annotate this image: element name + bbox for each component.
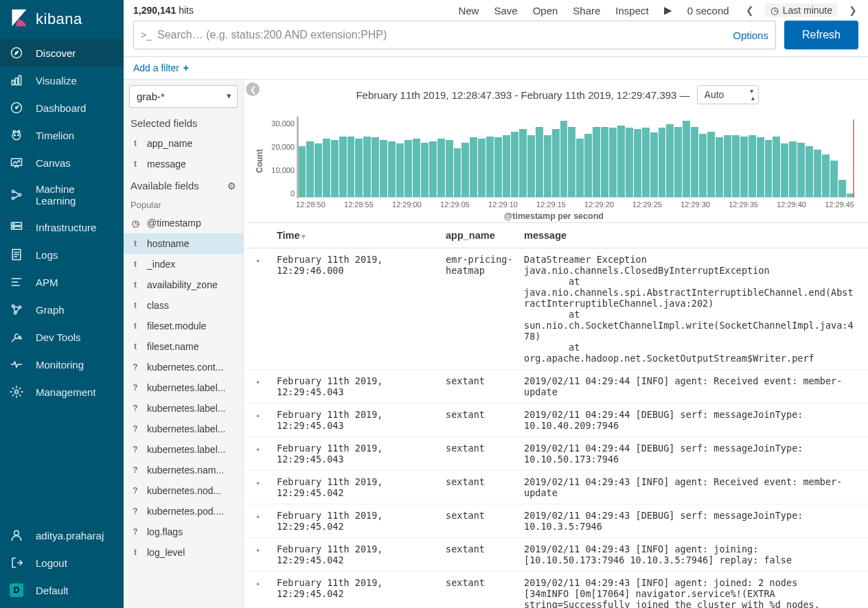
field-availability-zone[interactable]: tavailability_zone	[124, 274, 243, 295]
histogram-bar[interactable]	[494, 137, 502, 197]
nav-item-apm[interactable]: APM	[0, 268, 124, 296]
histogram-bar[interactable]	[806, 146, 813, 197]
nav-item-machine-learning[interactable]: Machine Learning	[0, 176, 124, 213]
nav-item-discover[interactable]: Discover	[0, 39, 124, 67]
nav-item-dev-tools[interactable]: Dev Tools	[0, 323, 124, 351]
expand-row-icon[interactable]: ▸	[256, 254, 277, 364]
histogram-bar[interactable]	[642, 128, 650, 197]
histogram-bar[interactable]	[781, 143, 788, 197]
histogram-bar[interactable]	[339, 137, 347, 197]
histogram-bar[interactable]	[576, 139, 584, 197]
histogram-bar[interactable]	[773, 137, 780, 197]
expand-row-icon[interactable]: ▸	[256, 577, 277, 608]
histogram-bar[interactable]	[732, 135, 740, 197]
nav-item-timelion[interactable]: Timelion	[0, 121, 124, 149]
histogram-bar[interactable]	[536, 127, 543, 197]
field-class[interactable]: tclass	[124, 295, 243, 316]
time-prev-icon[interactable]: ❮	[744, 5, 755, 16]
expand-row-icon[interactable]: ▸	[256, 543, 277, 565]
histogram-bar[interactable]	[601, 127, 608, 197]
autorefresh-play-icon[interactable]: ▶	[664, 4, 672, 16]
histogram-bar[interactable]	[830, 161, 838, 197]
nav-item-canvas[interactable]: Canvas	[0, 149, 124, 176]
histogram-bar[interactable]	[674, 127, 682, 197]
expand-row-icon[interactable]: ▸	[256, 476, 277, 498]
histogram-bar[interactable]	[470, 137, 477, 197]
histogram-bar[interactable]	[347, 137, 355, 197]
field-kubernetes-nod-[interactable]: ?kubernetes.nod...	[124, 480, 243, 501]
histogram-bar[interactable]	[560, 121, 568, 197]
histogram-bar[interactable]	[527, 135, 535, 197]
histogram-bar[interactable]	[298, 146, 306, 197]
field-message[interactable]: tmessage	[124, 154, 243, 174]
refresh-button[interactable]: Refresh	[784, 21, 858, 49]
fields-settings-icon[interactable]: ⚙	[227, 180, 236, 191]
histogram-bar[interactable]	[388, 141, 396, 197]
open-action[interactable]: Open	[533, 5, 558, 16]
histogram-bar[interactable]	[429, 141, 437, 197]
histogram-bar[interactable]	[822, 154, 830, 197]
histogram-bar[interactable]	[503, 135, 510, 197]
histogram-bar[interactable]	[413, 139, 420, 197]
histogram-bar[interactable]	[363, 137, 371, 197]
histogram-bar[interactable]	[609, 128, 617, 197]
field--index[interactable]: t_index	[124, 254, 243, 274]
histogram-bar[interactable]	[486, 137, 494, 197]
histogram-bar[interactable]	[699, 134, 707, 197]
field-fileset-module[interactable]: tfileset.module	[124, 316, 243, 336]
histogram-bar[interactable]	[789, 141, 797, 197]
histogram-bar[interactable]	[396, 143, 404, 197]
histogram-bar[interactable]	[461, 143, 469, 197]
nav-item-visualize[interactable]: Visualize	[0, 67, 124, 94]
search-options[interactable]: Options	[733, 30, 768, 41]
histogram-bar[interactable]	[666, 124, 674, 197]
nav-item-dashboard[interactable]: Dashboard	[0, 94, 124, 121]
histogram-bar[interactable]	[380, 140, 387, 197]
histogram-bar[interactable]	[691, 127, 698, 197]
histogram-bar[interactable]	[306, 141, 314, 197]
histogram-bar[interactable]	[650, 132, 658, 197]
field-kubernetes-pod-[interactable]: ?kubernetes.pod....	[124, 501, 243, 522]
histogram-bar[interactable]	[765, 140, 773, 197]
histogram-bar[interactable]	[797, 143, 805, 197]
field-kubernetes-label-[interactable]: ?kubernetes.label...	[124, 419, 243, 439]
histogram-bar[interactable]	[838, 180, 846, 197]
field-fileset-name[interactable]: tfileset.name	[124, 336, 243, 357]
histogram-bar[interactable]	[552, 129, 560, 197]
expand-row-icon[interactable]: ▸	[256, 409, 277, 431]
search-input[interactable]	[157, 29, 727, 41]
histogram-bar[interactable]	[519, 129, 527, 197]
nav-bottom-default[interactable]: DDefault	[0, 576, 124, 604]
nav-bottom-logout[interactable]: Logout	[0, 549, 124, 576]
save-action[interactable]: Save	[494, 5, 517, 16]
histogram-bar[interactable]	[331, 140, 339, 197]
time-next-icon[interactable]: ❯	[847, 5, 858, 16]
field-app-name[interactable]: tapp_name	[124, 133, 243, 154]
histogram-bar[interactable]	[740, 137, 748, 197]
nav-bottom-aditya-praharaj[interactable]: aditya.praharaj	[0, 522, 124, 549]
expand-row-icon[interactable]: ▸	[256, 443, 277, 465]
field-kubernetes-label-[interactable]: ?kubernetes.label...	[124, 377, 243, 398]
histogram-bar[interactable]	[749, 135, 756, 197]
col-time[interactable]: Time▾	[277, 230, 446, 241]
histogram-bar[interactable]	[446, 140, 453, 197]
field-hostname[interactable]: thostname	[124, 233, 243, 254]
histogram-bar[interactable]	[315, 143, 322, 197]
field-kubernetes-label-[interactable]: ?kubernetes.label...	[124, 398, 243, 419]
histogram-bar[interactable]	[568, 127, 575, 197]
histogram-bar[interactable]	[724, 135, 731, 197]
nav-item-graph[interactable]: Graph	[0, 296, 124, 323]
expand-row-icon[interactable]: ▸	[256, 510, 277, 532]
histogram-bar[interactable]	[404, 140, 412, 197]
histogram-bar[interactable]	[683, 121, 690, 197]
histogram-bar[interactable]	[323, 139, 330, 197]
nav-item-logs[interactable]: Logs	[0, 241, 124, 268]
histogram-bar[interactable]	[659, 128, 666, 197]
index-pattern-select[interactable]: grab-*	[129, 85, 238, 108]
field-log-flags[interactable]: ?log.flags	[124, 522, 243, 542]
histogram-bar[interactable]	[617, 126, 625, 197]
nav-item-monitoring[interactable]: Monitoring	[0, 351, 124, 378]
collapse-panel-icon[interactable]: ❮	[246, 82, 260, 96]
histogram-bar[interactable]	[814, 150, 821, 197]
expand-row-icon[interactable]: ▸	[256, 375, 277, 397]
